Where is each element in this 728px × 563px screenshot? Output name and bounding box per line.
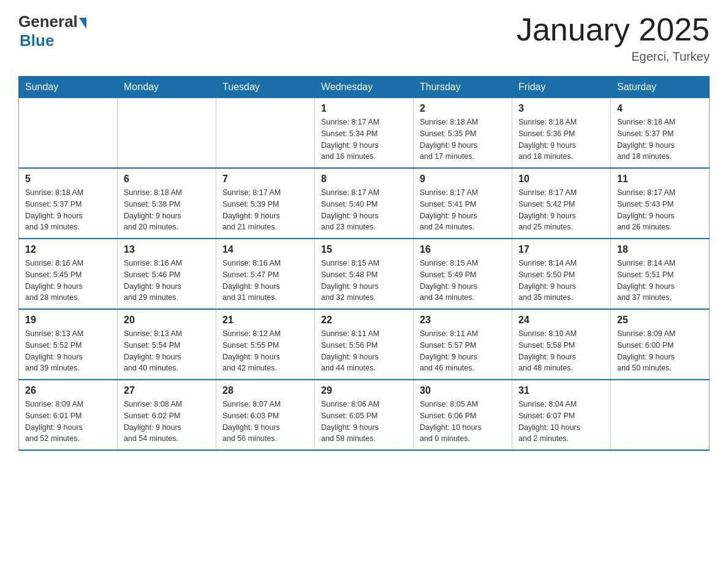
day-info: Sunrise: 8:11 AM Sunset: 5:57 PM Dayligh…	[420, 328, 506, 374]
logo-blue-text: Blue	[20, 31, 54, 50]
calendar-day-cell: 12Sunrise: 8:16 AM Sunset: 5:45 PM Dayli…	[19, 239, 118, 309]
month-title: January 2025	[517, 12, 710, 47]
day-number: 21	[222, 315, 308, 326]
calendar-day-cell: 10Sunrise: 8:17 AM Sunset: 5:42 PM Dayli…	[512, 168, 611, 239]
calendar-day-cell: 23Sunrise: 8:11 AM Sunset: 5:57 PM Dayli…	[414, 309, 512, 380]
calendar-day-cell: 13Sunrise: 8:16 AM Sunset: 5:46 PM Dayli…	[118, 239, 216, 309]
calendar-day-cell: 9Sunrise: 8:17 AM Sunset: 5:41 PM Daylig…	[414, 168, 512, 239]
day-of-week-header: Sunday	[19, 77, 118, 98]
day-number: 31	[518, 385, 604, 396]
day-number: 14	[222, 244, 308, 255]
day-info: Sunrise: 8:18 AM Sunset: 5:37 PM Dayligh…	[25, 187, 111, 233]
day-number: 8	[321, 174, 407, 185]
day-number: 2	[420, 103, 506, 114]
day-info: Sunrise: 8:15 AM Sunset: 5:48 PM Dayligh…	[321, 258, 407, 304]
day-info: Sunrise: 8:16 AM Sunset: 5:47 PM Dayligh…	[222, 258, 308, 304]
day-info: Sunrise: 8:07 AM Sunset: 6:03 PM Dayligh…	[222, 399, 308, 445]
day-number: 20	[124, 315, 210, 326]
day-info: Sunrise: 8:14 AM Sunset: 5:51 PM Dayligh…	[617, 258, 703, 304]
day-of-week-header: Saturday	[611, 77, 710, 98]
calendar-day-cell: 25Sunrise: 8:09 AM Sunset: 6:00 PM Dayli…	[611, 309, 710, 380]
header-right: January 2025 Egerci, Turkey	[517, 12, 710, 64]
day-info: Sunrise: 8:08 AM Sunset: 6:02 PM Dayligh…	[124, 399, 210, 445]
day-number: 18	[617, 244, 703, 255]
day-of-week-header: Wednesday	[315, 77, 414, 98]
day-number: 28	[222, 385, 308, 396]
day-info: Sunrise: 8:17 AM Sunset: 5:42 PM Dayligh…	[518, 187, 604, 233]
day-number: 15	[321, 244, 407, 255]
calendar-day-cell: 17Sunrise: 8:14 AM Sunset: 5:50 PM Dayli…	[512, 239, 611, 309]
calendar-day-cell	[118, 98, 216, 169]
day-number: 9	[420, 174, 506, 185]
day-number: 19	[25, 315, 111, 326]
calendar-day-cell: 30Sunrise: 8:05 AM Sunset: 6:06 PM Dayli…	[414, 380, 512, 450]
day-number: 23	[420, 315, 506, 326]
calendar-day-cell: 16Sunrise: 8:15 AM Sunset: 5:49 PM Dayli…	[414, 239, 512, 309]
day-number: 1	[321, 103, 407, 114]
day-info: Sunrise: 8:09 AM Sunset: 6:01 PM Dayligh…	[25, 399, 111, 445]
calendar-day-cell	[216, 98, 315, 169]
calendar-day-cell: 19Sunrise: 8:13 AM Sunset: 5:52 PM Dayli…	[19, 309, 118, 380]
calendar-week-row: 19Sunrise: 8:13 AM Sunset: 5:52 PM Dayli…	[19, 309, 710, 380]
calendar-day-cell: 15Sunrise: 8:15 AM Sunset: 5:48 PM Dayli…	[315, 239, 414, 309]
day-number: 16	[420, 244, 506, 255]
logo-general-text: General	[18, 12, 78, 31]
calendar-header: SundayMondayTuesdayWednesdayThursdayFrid…	[19, 77, 710, 98]
calendar-day-cell: 11Sunrise: 8:17 AM Sunset: 5:43 PM Dayli…	[611, 168, 710, 239]
calendar-day-cell	[611, 380, 710, 450]
calendar-day-cell: 2Sunrise: 8:18 AM Sunset: 5:35 PM Daylig…	[414, 98, 512, 169]
day-number: 4	[617, 103, 703, 114]
calendar-day-cell: 4Sunrise: 8:18 AM Sunset: 5:37 PM Daylig…	[611, 98, 710, 169]
calendar-day-cell: 31Sunrise: 8:04 AM Sunset: 6:07 PM Dayli…	[512, 380, 611, 450]
calendar-week-row: 26Sunrise: 8:09 AM Sunset: 6:01 PM Dayli…	[19, 380, 710, 450]
day-number: 3	[518, 103, 604, 114]
day-of-week-header: Friday	[512, 77, 611, 98]
calendar-day-cell: 28Sunrise: 8:07 AM Sunset: 6:03 PM Dayli…	[216, 380, 315, 450]
day-info: Sunrise: 8:17 AM Sunset: 5:34 PM Dayligh…	[321, 117, 407, 163]
day-number: 17	[518, 244, 604, 255]
calendar-day-cell: 7Sunrise: 8:17 AM Sunset: 5:39 PM Daylig…	[216, 168, 315, 239]
day-info: Sunrise: 8:14 AM Sunset: 5:50 PM Dayligh…	[518, 258, 604, 304]
calendar-body: 1Sunrise: 8:17 AM Sunset: 5:34 PM Daylig…	[19, 98, 710, 451]
day-info: Sunrise: 8:17 AM Sunset: 5:41 PM Dayligh…	[420, 187, 506, 233]
calendar-day-cell: 6Sunrise: 8:18 AM Sunset: 5:38 PM Daylig…	[118, 168, 216, 239]
day-number: 26	[25, 385, 111, 396]
calendar-day-cell: 26Sunrise: 8:09 AM Sunset: 6:01 PM Dayli…	[19, 380, 118, 450]
day-info: Sunrise: 8:17 AM Sunset: 5:40 PM Dayligh…	[321, 187, 407, 233]
calendar-day-cell: 21Sunrise: 8:12 AM Sunset: 5:55 PM Dayli…	[216, 309, 315, 380]
calendar-day-cell: 5Sunrise: 8:18 AM Sunset: 5:37 PM Daylig…	[19, 168, 118, 239]
day-of-week-header: Monday	[118, 77, 216, 98]
logo-triangle-icon	[79, 18, 86, 29]
day-number: 6	[124, 174, 210, 185]
calendar-day-cell: 1Sunrise: 8:17 AM Sunset: 5:34 PM Daylig…	[315, 98, 414, 169]
calendar-week-row: 12Sunrise: 8:16 AM Sunset: 5:45 PM Dayli…	[19, 239, 710, 309]
day-info: Sunrise: 8:18 AM Sunset: 5:37 PM Dayligh…	[617, 117, 703, 163]
calendar-day-cell: 24Sunrise: 8:10 AM Sunset: 5:58 PM Dayli…	[512, 309, 611, 380]
day-number: 27	[124, 385, 210, 396]
day-info: Sunrise: 8:18 AM Sunset: 5:36 PM Dayligh…	[518, 117, 604, 163]
calendar-day-cell: 20Sunrise: 8:13 AM Sunset: 5:54 PM Dayli…	[118, 309, 216, 380]
day-info: Sunrise: 8:15 AM Sunset: 5:49 PM Dayligh…	[420, 258, 506, 304]
day-number: 24	[518, 315, 604, 326]
day-info: Sunrise: 8:12 AM Sunset: 5:55 PM Dayligh…	[222, 328, 308, 374]
day-info: Sunrise: 8:09 AM Sunset: 6:00 PM Dayligh…	[617, 328, 703, 374]
day-number: 7	[222, 174, 308, 185]
day-info: Sunrise: 8:18 AM Sunset: 5:38 PM Dayligh…	[124, 187, 210, 233]
day-info: Sunrise: 8:17 AM Sunset: 5:39 PM Dayligh…	[222, 187, 308, 233]
day-info: Sunrise: 8:06 AM Sunset: 6:05 PM Dayligh…	[321, 399, 407, 445]
day-info: Sunrise: 8:17 AM Sunset: 5:43 PM Dayligh…	[617, 187, 703, 233]
day-number: 13	[124, 244, 210, 255]
day-number: 10	[518, 174, 604, 185]
calendar-week-row: 5Sunrise: 8:18 AM Sunset: 5:37 PM Daylig…	[19, 168, 710, 239]
day-number: 5	[25, 174, 111, 185]
calendar-day-cell: 27Sunrise: 8:08 AM Sunset: 6:02 PM Dayli…	[118, 380, 216, 450]
calendar-day-cell: 22Sunrise: 8:11 AM Sunset: 5:56 PM Dayli…	[315, 309, 414, 380]
page-header: General Blue January 2025 Egerci, Turkey	[18, 12, 710, 64]
calendar-day-cell	[19, 98, 118, 169]
day-info: Sunrise: 8:11 AM Sunset: 5:56 PM Dayligh…	[321, 328, 407, 374]
day-info: Sunrise: 8:10 AM Sunset: 5:58 PM Dayligh…	[518, 328, 604, 374]
day-info: Sunrise: 8:16 AM Sunset: 5:45 PM Dayligh…	[25, 258, 111, 304]
day-info: Sunrise: 8:13 AM Sunset: 5:54 PM Dayligh…	[124, 328, 210, 374]
calendar-day-cell: 18Sunrise: 8:14 AM Sunset: 5:51 PM Dayli…	[611, 239, 710, 309]
calendar-day-cell: 29Sunrise: 8:06 AM Sunset: 6:05 PM Dayli…	[315, 380, 414, 450]
